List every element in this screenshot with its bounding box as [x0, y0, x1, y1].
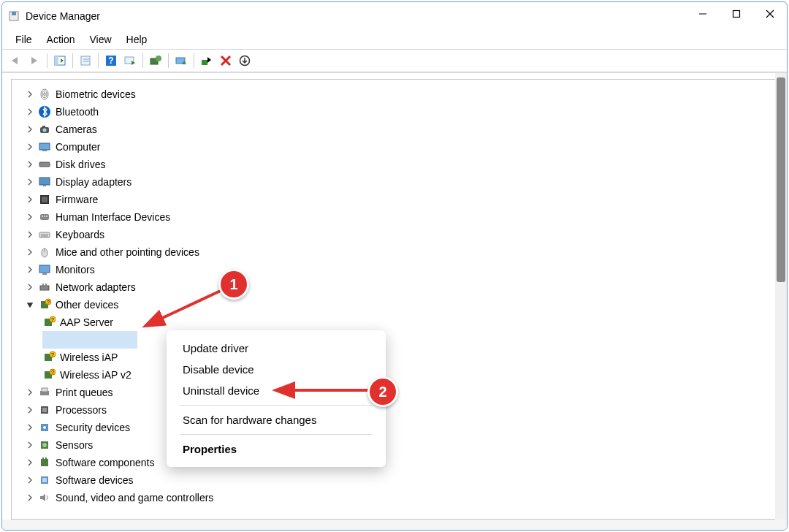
tree-node[interactable]: Monitors — [25, 261, 761, 278]
tree-node[interactable]: Software components — [25, 454, 761, 471]
tree-node-label: Biometric devices — [56, 88, 136, 100]
tree-node-label: Security devices — [56, 422, 130, 433]
svg-text:?: ? — [51, 352, 54, 357]
device-category-icon — [38, 123, 51, 136]
tree-node-label: Firmware — [56, 194, 98, 205]
back-icon[interactable] — [7, 52, 24, 69]
toolbar-separator — [72, 53, 73, 68]
scrollbar[interactable] — [775, 73, 787, 520]
uninstall-device-icon[interactable] — [217, 52, 235, 69]
chevron-right-icon[interactable] — [25, 493, 35, 503]
device-category-icon — [38, 158, 51, 171]
chevron-right-icon[interactable] — [25, 177, 35, 187]
context-menu-item[interactable]: Disable device — [167, 359, 386, 380]
tree-node-label: Wireless iAP — [60, 352, 118, 363]
tree-node[interactable]: Keyboards — [25, 226, 761, 243]
chevron-down-icon[interactable] — [25, 300, 35, 310]
svg-rect-33 — [42, 197, 47, 202]
device-icon: ? — [42, 368, 56, 381]
add-legacy-icon[interactable] — [236, 52, 254, 69]
context-menu-item[interactable]: Update driver — [167, 338, 386, 359]
chevron-right-icon[interactable] — [25, 194, 35, 205]
device-tree[interactable]: Biometric devicesBluetoothCamerasCompute… — [25, 86, 761, 519]
chevron-right-icon[interactable] — [25, 124, 35, 134]
chevron-right-icon[interactable] — [25, 457, 35, 468]
properties-icon[interactable] — [77, 52, 94, 69]
tree-node[interactable]: Sensors — [25, 436, 761, 454]
help-icon[interactable]: ? — [102, 52, 120, 69]
chevron-right-icon[interactable] — [25, 89, 35, 99]
menu-help[interactable]: Help — [119, 32, 155, 47]
minimize-button[interactable] — [686, 2, 720, 26]
svg-rect-37 — [46, 216, 47, 217]
tree-node[interactable]: Disk drives — [25, 156, 761, 173]
chevron-right-icon[interactable] — [25, 387, 35, 398]
tree-node[interactable]: Bluetooth — [25, 103, 761, 121]
chevron-right-icon[interactable] — [25, 142, 35, 152]
close-button[interactable] — [753, 2, 787, 26]
tree-node[interactable]: Processors — [25, 401, 761, 419]
tree-node[interactable]: Computer — [25, 138, 761, 156]
svg-rect-3 — [733, 11, 740, 18]
chevron-right-icon[interactable] — [25, 265, 35, 275]
chevron-right-icon[interactable] — [25, 247, 35, 257]
device-icon — [42, 333, 56, 346]
update-driver-icon[interactable] — [147, 52, 164, 69]
tree-node-child[interactable] — [42, 331, 137, 349]
tree-node-label: Print queues — [56, 387, 113, 398]
chevron-right-icon[interactable] — [25, 212, 35, 222]
show-hide-tree-icon[interactable] — [51, 52, 69, 69]
chevron-right-icon[interactable] — [25, 422, 35, 433]
tree-node-label: Sound, video and game controllers — [56, 492, 213, 503]
tree-node-label: Wireless iAP v2 — [60, 369, 132, 381]
svg-rect-7 — [55, 56, 58, 65]
tree-node[interactable]: Human Interface Devices — [25, 208, 761, 226]
context-menu: Update driverDisable deviceUninstall dev… — [167, 330, 386, 467]
svg-rect-31 — [43, 185, 46, 186]
toolbar-separator — [47, 53, 47, 68]
disable-device-icon[interactable] — [172, 52, 190, 69]
tree-node[interactable]: Security devices — [25, 419, 761, 436]
context-menu-item[interactable]: Scan for hardware changes — [167, 409, 386, 430]
chevron-right-icon[interactable] — [25, 107, 35, 117]
context-menu-item[interactable]: Properties — [167, 438, 386, 460]
tree-node[interactable]: ?Other devices — [25, 296, 761, 314]
toolbar-separator — [142, 53, 143, 68]
tree-node-child[interactable]: ?Wireless iAP v2 — [42, 366, 761, 384]
scan-hardware-icon[interactable] — [121, 52, 139, 69]
tree-node[interactable]: Mice and other pointing devices — [25, 243, 761, 261]
tree-node[interactable]: Biometric devices — [25, 86, 761, 103]
scroll-thumb[interactable] — [777, 77, 785, 282]
svg-text:?: ? — [51, 317, 54, 322]
tree-node-label: Monitors — [56, 264, 95, 276]
chevron-right-icon[interactable] — [25, 282, 35, 292]
svg-rect-36 — [44, 216, 45, 217]
forward-icon[interactable] — [26, 52, 43, 69]
chevron-right-icon[interactable] — [25, 159, 35, 170]
tree-node[interactable]: Network adapters — [25, 278, 761, 296]
toolbar-separator — [168, 53, 169, 68]
device-category-icon — [38, 438, 51, 452]
enable-device-icon[interactable] — [198, 52, 216, 69]
app-icon — [8, 10, 20, 22]
menu-action[interactable]: Action — [39, 32, 83, 47]
titlebar: Device Manager — [2, 2, 787, 30]
tree-node-child[interactable]: ?Wireless iAP — [42, 349, 761, 366]
device-category-icon — [38, 421, 51, 434]
svg-rect-26 — [39, 143, 50, 150]
svg-point-21 — [44, 93, 45, 96]
maximize-button[interactable] — [720, 2, 753, 26]
chevron-right-icon[interactable] — [25, 440, 35, 450]
chevron-right-icon[interactable] — [25, 405, 35, 415]
chevron-right-icon[interactable] — [25, 475, 35, 485]
menu-view[interactable]: View — [82, 32, 118, 47]
tree-node[interactable]: Cameras — [25, 121, 761, 138]
tree-node[interactable]: Software devices — [25, 471, 761, 489]
tree-node[interactable]: Display adapters — [25, 173, 761, 191]
tree-node[interactable]: Firmware — [25, 191, 761, 208]
menu-separator — [180, 405, 373, 406]
svg-rect-47 — [45, 284, 47, 286]
chevron-right-icon[interactable] — [25, 229, 35, 240]
menu-file[interactable]: File — [8, 32, 39, 47]
tree-node[interactable]: Sound, video and game controllers — [25, 489, 761, 506]
